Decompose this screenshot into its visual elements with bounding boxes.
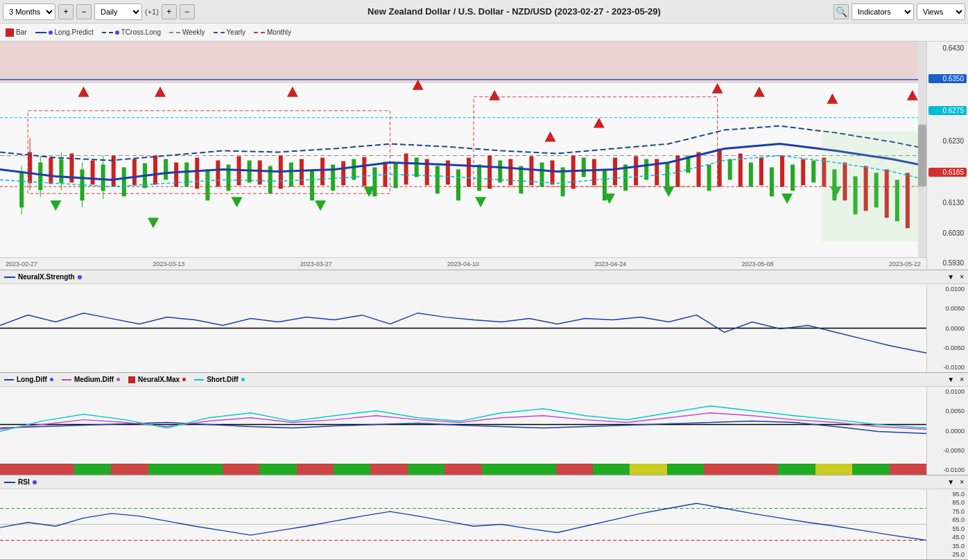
price-level-6230: 0.6230 [928,137,967,145]
svg-rect-43 [811,160,815,182]
color-seg-1 [0,464,74,475]
rsi-y-axis: 95.0 85.0 75.0 65.0 55.0 45.0 35.0 25.0 [926,489,968,559]
rsi-title-line [4,482,15,483]
svg-rect-12 [164,159,168,180]
legend-tcross-item: TCross.Long [102,28,161,36]
svg-rect-86 [801,159,805,185]
time-label-1: 2023-02-27 [6,261,37,268]
color-seg-5 [223,464,259,475]
color-seg-19 [815,464,852,475]
rsi-y-75: 75.0 [928,508,967,515]
period-minus-btn[interactable]: − [76,4,92,19]
price-level-6130: 0.6130 [928,199,967,207]
period-select[interactable]: 3 Months 1 Week 1 Month 6 Months [3,3,55,20]
neural-panel-header: NeuralX.Strength ▼ × [0,270,968,284]
diff-y-axis: 0.0100 0.0050 0.0000 -0.0050 -0.0100 [926,387,968,475]
time-label-7: 2023-05-22 [889,261,921,268]
diff-dot-blue [50,378,53,381]
rsi-dropdown-btn[interactable]: ▼ [947,478,954,486]
monthly-legend-line [254,32,265,33]
svg-rect-75 [571,156,576,189]
rsi-y-35: 35.0 [928,543,967,550]
up-arrows [50,186,841,228]
neural-y-0000: 0.0000 [928,325,967,332]
tcross-legend-line [102,32,113,33]
svg-rect-76 [592,159,596,185]
legend-bar-label: Bar [16,28,27,36]
svg-rect-18 [289,162,293,186]
svg-rect-54 [132,159,137,185]
rsi-panel-controls: ▼ × [947,478,964,486]
svg-marker-97 [545,132,556,142]
svg-rect-13 [184,162,189,186]
rsi-y-65: 65.0 [928,516,967,523]
color-seg-2 [74,464,111,475]
rsi-dot [33,480,37,484]
diff-dot-magenta [116,378,120,381]
diff-y-n0100: -0.0100 [928,466,967,473]
green-shade [822,132,926,243]
svg-rect-10 [122,167,126,196]
scroll-thumb[interactable] [918,125,926,187]
candle-group [19,139,910,229]
neural-panel: NeuralX.Strength ▼ × 0.0100 0.0050 0.000… [0,270,968,373]
neural-title-line [4,277,15,278]
price-level-6185: 0.6185 [928,168,967,177]
resistance-zone [0,42,926,83]
color-seg-10 [408,464,444,475]
search-btn[interactable]: 🔍 [833,4,849,19]
rsi-y-45: 45.0 [928,534,967,541]
inc-plus-btn[interactable]: + [162,4,177,19]
price-chart-canvas[interactable] [0,42,926,270]
diff-title-line-blue [4,379,14,380]
rsi-close-btn[interactable]: × [960,478,964,486]
svg-rect-85 [780,156,784,187]
price-chart-svg [0,42,926,270]
color-seg-17 [704,464,778,475]
svg-rect-22 [372,167,377,196]
longpredict-dot [49,30,53,35]
indicators-select[interactable]: Indicators [852,3,914,20]
neural-close-btn[interactable]: × [960,273,964,281]
price-level-6350: 0.6350 [928,74,967,83]
period-plus-btn[interactable]: + [58,4,74,19]
rsi-panel: RSI ▼ × 95.0 85.0 [0,475,968,560]
neural-title-text: NeuralX.Strength [18,273,75,281]
toolbar: 3 Months 1 Week 1 Month 6 Months + − Dai… [0,0,968,24]
price-level-5930: 0.5930 [928,259,967,267]
svg-marker-102 [907,90,918,100]
svg-rect-52 [91,160,95,184]
svg-rect-84 [759,157,763,185]
svg-rect-77 [613,157,617,185]
rsi-panel-header: RSI ▼ × [0,475,968,489]
timeframe-select[interactable]: Daily Weekly Monthly [94,3,142,20]
weekly-legend-line [169,32,180,33]
diff-svg [0,387,926,475]
color-seg-4 [148,464,223,475]
neural-panel-controls: ▼ × [947,273,964,281]
rsi-chart-body [0,489,926,559]
neural-dropdown-btn[interactable]: ▼ [947,273,954,281]
views-select[interactable]: Views [917,3,965,20]
rsi-panel-title: RSI [4,478,37,486]
svg-marker-96 [489,90,500,100]
toolbar-right: 🔍 Indicators Views [833,3,965,20]
yearly-legend-line [214,32,225,33]
diff-dot-red [182,378,186,381]
time-label-6: 2023-05-08 [742,261,774,268]
svg-rect-72 [508,159,512,185]
cyan-predict-line [0,156,926,187]
svg-rect-35 [644,159,648,180]
color-seg-21 [890,464,926,475]
rsi-svg [0,489,926,559]
inc-minus-btn[interactable]: − [180,4,195,19]
svg-rect-71 [487,156,492,189]
diff-dropdown-btn[interactable]: ▼ [947,376,954,383]
diff-close-btn[interactable]: × [960,376,964,383]
svg-rect-32 [582,157,586,177]
diff-y-0100: 0.0100 [928,388,967,395]
legend-longpredict-label: Long.Predict [55,28,94,36]
color-seg-14 [593,464,630,475]
color-seg-20 [852,464,889,475]
legend-bar-item: Bar [6,28,27,37]
